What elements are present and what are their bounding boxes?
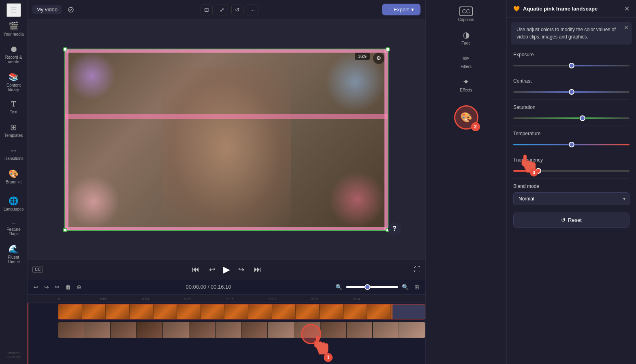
frame-thumb-7 xyxy=(201,304,225,319)
sidebar-item-record[interactable]: ⏺ Record &create xyxy=(2,41,26,67)
reset-button[interactable]: ↺ Reset xyxy=(513,213,630,228)
captions-toggle[interactable]: CC xyxy=(32,266,43,273)
play-button[interactable]: ▶ xyxy=(223,264,230,275)
zoom-in-button[interactable]: 🔍 xyxy=(401,283,410,292)
skip-forward-button[interactable]: ⏭ xyxy=(252,264,263,275)
cursor-2-emoji: 🎨 xyxy=(460,112,472,123)
sidebar-label-content-library: Content library xyxy=(3,83,24,92)
frame-bottom-border xyxy=(65,227,388,230)
reset-label: Reset xyxy=(568,217,582,223)
blend-mode-label: Blend mode xyxy=(513,183,630,189)
sidebar-item-templates[interactable]: ⊞ Templates xyxy=(2,119,26,141)
frame-track xyxy=(58,303,425,321)
exposure-section: Exposure xyxy=(507,49,636,71)
undo-button[interactable]: ↩ xyxy=(32,283,40,292)
blend-mode-select-wrapper: Normal Multiply Screen Overlay Darken Li… xyxy=(513,192,630,205)
video-thumb-1 xyxy=(58,322,84,338)
blend-mode-select[interactable]: Normal Multiply Screen Overlay Darken Li… xyxy=(513,192,630,205)
right-panel-effects[interactable]: ✦ Effects xyxy=(454,74,478,96)
fit-timeline-button[interactable]: ⊞ xyxy=(413,283,420,292)
video-thumb-11 xyxy=(320,322,347,338)
bubble-br xyxy=(329,171,386,228)
panel-header: 🧡 Aquatic pink frame landscape ✕ xyxy=(507,0,636,18)
sidebar-label-feature-flags: Feature Flags xyxy=(3,227,24,236)
contrast-slider[interactable] xyxy=(513,91,630,93)
right-panel-captions[interactable]: CC Captions xyxy=(454,3,478,25)
fullscreen-button[interactable]: ⛶ xyxy=(414,266,420,273)
handle-top-right[interactable] xyxy=(386,47,390,51)
ruler-08: 0:08 xyxy=(226,297,269,301)
captions-label: Captions xyxy=(458,17,474,22)
sidebar-item-languages[interactable]: 🌐 Languages xyxy=(2,193,26,215)
divider-1 xyxy=(513,73,630,73)
record-icon: ⏺ xyxy=(10,45,18,54)
frame-thumb-5 xyxy=(154,304,177,319)
sidebar-item-brand-kit[interactable]: 🎨 Brand kit xyxy=(2,166,26,187)
frame-clip[interactable] xyxy=(58,304,425,319)
sidebar-label-transitions: Transitions xyxy=(4,156,23,161)
canvas-settings-button[interactable]: ⚙ xyxy=(373,53,384,64)
duplicate-button[interactable]: ⊕ xyxy=(75,283,83,292)
video-thumb-14 xyxy=(399,322,425,338)
crop-tool[interactable]: ⊡ xyxy=(201,4,213,15)
divider-3 xyxy=(513,126,630,126)
video-thumb-10 xyxy=(294,322,320,338)
rewind-button[interactable]: ↩ xyxy=(207,264,217,276)
divider-5 xyxy=(513,178,630,179)
sidebar-item-text[interactable]: T Text xyxy=(2,97,26,117)
hamburger-menu[interactable]: ☰ xyxy=(6,3,21,17)
resize-tool[interactable]: ⤢ xyxy=(216,4,228,15)
version-area: Versionv72b9de xyxy=(5,349,22,361)
fluent-theme-icon: 🌊 xyxy=(9,244,19,254)
video-clip[interactable] xyxy=(58,322,425,338)
redo-button[interactable]: ↪ xyxy=(43,283,50,292)
video-canvas[interactable]: ⚙ 16:9 xyxy=(64,49,388,231)
exposure-slider[interactable] xyxy=(513,65,630,66)
frame-thumb-9 xyxy=(248,304,272,319)
video-thumb-9 xyxy=(268,322,294,338)
delete-button[interactable]: 🗑 xyxy=(64,283,72,292)
sidebar-item-feature-flags[interactable]: ··· Feature Flags xyxy=(2,216,26,239)
handle-bottom-left[interactable] xyxy=(63,228,67,232)
right-panel-filters[interactable]: ✏ Filters xyxy=(454,50,478,72)
frame-thumb-11 xyxy=(296,304,320,319)
panel-close-button[interactable]: ✕ xyxy=(624,5,630,13)
frame-extra-clip[interactable] xyxy=(393,304,425,319)
temperature-label: Temperature xyxy=(513,131,630,136)
sidebar-item-content-library[interactable]: 📚 Content library xyxy=(2,69,26,95)
timeline-zoom-controls: 🔍 🔍 xyxy=(334,283,410,292)
frame-thumb-1 xyxy=(58,304,82,319)
cut-button[interactable]: ✂ xyxy=(53,283,61,292)
transparency-section: Transparency 3 xyxy=(507,154,636,177)
temperature-slider[interactable] xyxy=(513,144,630,145)
export-icon: ↑ xyxy=(388,6,391,13)
rotate-tool[interactable]: ↺ xyxy=(231,4,243,15)
frame-top-border xyxy=(65,49,388,53)
skip-back-button[interactable]: ⏮ xyxy=(190,264,201,275)
zoom-slider[interactable] xyxy=(346,286,398,288)
more-tools[interactable]: ··· xyxy=(247,4,259,15)
video-thumb-5 xyxy=(163,322,189,338)
tooltip-close-button[interactable]: ✕ xyxy=(624,24,629,31)
zoom-out-button[interactable]: 🔍 xyxy=(334,283,344,292)
right-panel-fade[interactable]: ◑ Fade xyxy=(454,27,478,49)
transparency-slider[interactable] xyxy=(513,170,630,172)
handle-top-left[interactable] xyxy=(63,47,67,51)
video-thumb-2 xyxy=(84,322,111,338)
canvas-tools: ⊡ ⤢ ↺ ··· xyxy=(201,4,259,15)
playhead[interactable] xyxy=(28,303,28,364)
project-name-input[interactable]: My video xyxy=(32,5,62,14)
saturation-slider[interactable] xyxy=(513,117,630,119)
forward-button[interactable]: ↪ xyxy=(237,264,246,276)
filters-label: Filters xyxy=(461,64,472,69)
sidebar-item-your-media[interactable]: 🎬 Your media xyxy=(2,18,26,40)
sidebar-item-fluent-theme[interactable]: 🌊 Fluent Theme xyxy=(2,241,26,267)
sidebar-item-transitions[interactable]: ↔ Transitions xyxy=(2,143,26,164)
contrast-label: Contrast xyxy=(513,78,630,84)
sidebar-label-languages: Languages xyxy=(4,207,24,211)
auto-save-icon[interactable] xyxy=(65,4,77,16)
help-button[interactable]: ? xyxy=(388,222,401,235)
export-button[interactable]: ↑ Export ▾ xyxy=(382,4,420,15)
fade-icon: ◑ xyxy=(463,30,470,40)
tooltip-text: Use adjust colors to modify the color va… xyxy=(516,27,616,40)
